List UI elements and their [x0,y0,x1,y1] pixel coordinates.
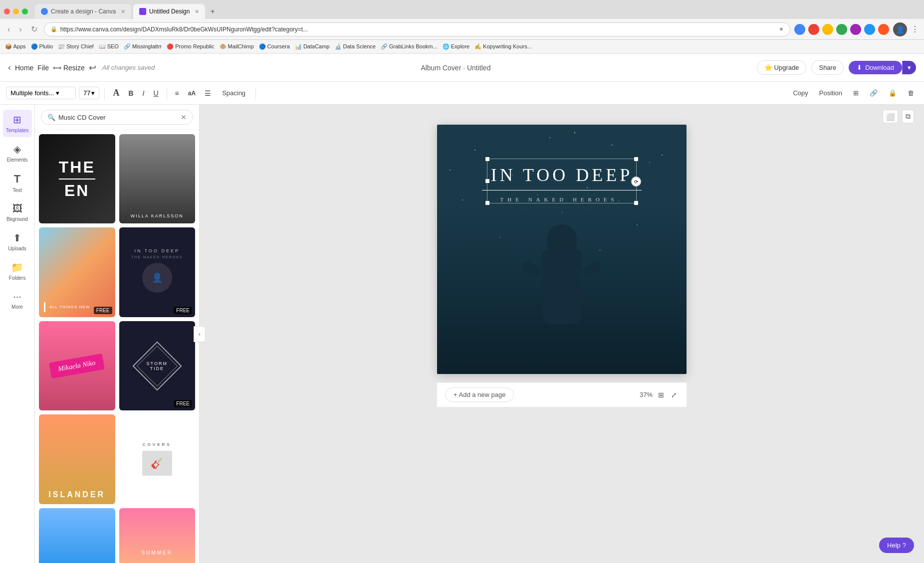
more-icon: ··· [13,291,21,302]
file-label[interactable]: File [37,64,49,72]
list-button[interactable]: ☰ [202,87,214,99]
tab-create-design[interactable]: Create a design - Canva ✕ [35,4,131,19]
canvas-text-container[interactable]: IN TOO DEEP THE NAKED HEROES. [482,165,642,202]
canvas-frame-button[interactable]: ⬜ [883,110,898,123]
template-item-1[interactable]: THE EN [39,134,115,223]
add-page-button[interactable]: + Add a new page [445,387,514,402]
bookmark-apps[interactable]: 📦 Apps [5,43,26,50]
grid-view-button[interactable]: ⊞ [657,389,666,400]
close-traffic-light[interactable] [4,8,10,14]
bookmark-missinglattr[interactable]: 🔗 Missinglattrr [124,43,162,50]
template-item-8[interactable]: COVERS 🎸 [119,414,196,504]
bookmark-mailchimp[interactable]: 🐵 MailChimp [220,43,254,50]
spacing-button[interactable]: Spacing [217,87,250,99]
bookmark-datacamp[interactable]: 📊 DataCamp [295,43,330,50]
sidebar-item-templates[interactable]: ⊞ Templates [3,110,32,137]
share-button[interactable]: Share [811,60,844,75]
tab-untitled-design[interactable]: Untitled Design ✕ [133,4,205,19]
font-selector[interactable]: Multiple fonts... ▾ [6,87,76,99]
separator-1 [104,87,105,99]
bookmark-promo[interactable]: 🔴 Promo Republic [167,43,214,50]
bold-button[interactable]: B [125,87,136,99]
italic-button[interactable]: I [140,87,148,99]
sidebar-label-templates: Templates [6,128,29,133]
bookmark-story-chief[interactable]: 📰 Story Chief [58,43,93,50]
link-button[interactable]: 🔗 [866,87,882,99]
canvas-copy-button[interactable]: ⧉ [902,110,914,123]
download-dropdown-button[interactable]: ▾ [902,61,916,74]
search-icon: 🔍 [47,114,55,121]
help-button[interactable]: Help ? [879,538,914,553]
sidebar-item-uploads[interactable]: ⬆ Uploads [3,228,32,255]
text-style-a-button[interactable]: A [110,86,122,100]
tab-close-create[interactable]: ✕ [121,8,125,15]
design-canvas[interactable]: IN TOO DEEP THE NAKED HEROES. ⟳ [437,125,687,374]
bookmark-explore[interactable]: 🌐 Explore [443,43,469,50]
back-to-home-button[interactable]: ‹ [8,62,11,73]
canvas-top-controls: ⬜ ⧉ [883,110,914,123]
home-label[interactable]: Home [15,64,33,72]
reload-button[interactable]: ↻ [28,23,40,35]
bookmark-kopywriting[interactable]: ✍ Kopywriting Kours... [474,43,532,50]
sidebar-item-elements[interactable]: ◈ Elements [3,139,32,167]
back-button[interactable]: ‹ [5,24,12,35]
template-item-3[interactable]: ALL THINGS NEW FREE [39,227,115,317]
browser-menu-button[interactable]: ⋮ [911,24,919,34]
sidebar-item-text[interactable]: T Text [3,169,32,197]
search-input[interactable] [58,114,178,121]
address-bar[interactable]: 🔒 https://www.canva.com/design/DADXmsluR… [44,22,790,36]
maximize-traffic-light[interactable] [22,8,28,14]
position-button[interactable]: Position [815,87,846,99]
template-item-4[interactable]: IN TOO DEEP THE NAKED HEROES 👤 FREE [119,227,196,317]
grid-button[interactable]: ⊞ [849,87,863,99]
template-item-10[interactable]: SUMMER [119,508,196,563]
template-item-5[interactable]: Mikaela Niko [39,321,115,410]
forward-button[interactable]: › [16,24,24,35]
minimize-traffic-light[interactable] [13,8,19,14]
help-label: Help [887,542,901,549]
template-item-6[interactable]: STORM TIDE FREE [119,321,196,410]
font-size-selector[interactable]: 77 ▾ [79,87,99,99]
saved-status: All changes saved [102,64,155,71]
canvas-subtitle: THE NAKED HEROES. [482,196,642,202]
template-item-9[interactable]: OCEAN WAVES [39,508,115,563]
bottom-bar-wrapper: + Add a new page 37% ⊞ ⤢ [437,382,687,407]
sidebar-label-text: Text [12,188,21,193]
bookmark-seo[interactable]: 📖 SEO [99,43,119,50]
zoom-controls: 37% ⊞ ⤢ [640,389,679,400]
align-button[interactable]: ≡ [172,87,182,99]
search-input-wrapper[interactable]: 🔍 ✕ [41,110,193,125]
panel-collapse-button[interactable]: ‹ [194,326,206,342]
bookmark-coursera[interactable]: 🔵 Coursera [259,43,290,50]
user-avatar[interactable]: 👤 [893,22,907,36]
tab-label-untitled: Untitled Design [149,8,190,15]
undo-button[interactable]: ↩ [89,62,96,73]
lock-button[interactable]: 🔒 [885,87,901,99]
template-item-2[interactable]: WILLA KARLSSON [119,134,196,223]
case-toggle-button[interactable]: aA [185,88,199,99]
new-tab-button[interactable]: + [207,6,218,17]
resize-button[interactable]: ⟺ Resize [53,64,85,72]
bookmark-grablinks[interactable]: 🔗 GrabLinks Bookm... [381,43,438,50]
zoom-level: 37% [640,391,653,398]
fullscreen-button[interactable]: ⤢ [670,389,679,400]
browser-icon-2 [808,24,819,35]
font-size-dropdown-icon: ▾ [91,89,95,97]
tab-close-untitled[interactable]: ✕ [195,8,199,15]
upgrade-button[interactable]: ⭐ Upgrade [757,60,807,75]
browser-icon-7 [878,24,889,35]
download-button[interactable]: ⬇ Download [849,61,902,74]
sidebar-item-folders[interactable]: 📁 Folders [3,257,32,285]
separator-3 [255,87,256,99]
underline-button[interactable]: U [150,87,161,99]
search-clear-button[interactable]: ✕ [181,113,187,121]
bookmark-plutio[interactable]: 🔵 Plutio [31,43,53,50]
bookmark-data-science[interactable]: 🔬 Data Science [335,43,376,50]
templates-icon: ⊞ [13,114,21,126]
delete-button[interactable]: 🗑 [904,87,918,99]
copy-button[interactable]: Copy [789,87,812,99]
sidebar-item-background[interactable]: 🖼 Bkground [3,199,32,226]
sidebar-item-more[interactable]: ··· More [3,287,32,314]
browser-icon-1 [794,24,805,35]
template-item-7[interactable]: ISLANDER [39,414,115,504]
